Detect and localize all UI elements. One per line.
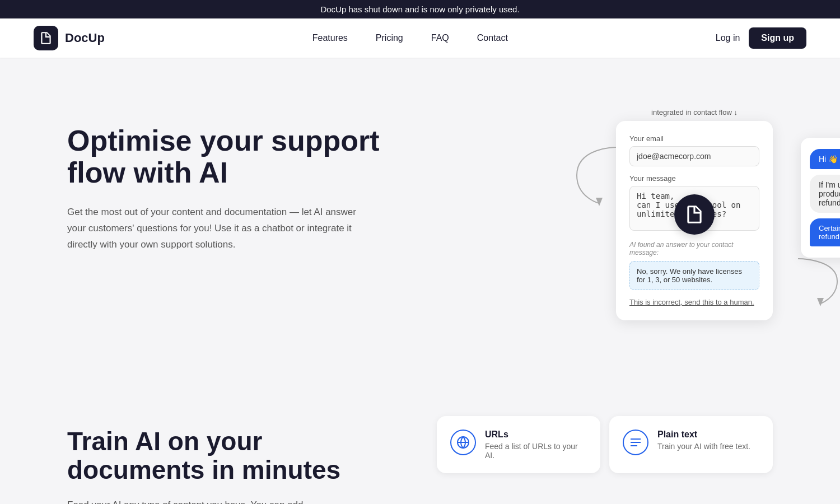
docup-center-icon <box>674 194 715 235</box>
logo-icon <box>34 26 58 50</box>
train-card-urls-desc: Feed a list of URLs to your AI. <box>485 442 587 460</box>
train-card-urls-title: URLs <box>485 430 587 440</box>
chat-bot-bubble-2: Certainly! We have a 30-day refund polic… <box>810 218 840 246</box>
nav-links: Features Pricing FAQ Contact <box>312 33 508 43</box>
train-section: Train AI on your documents in minutes Fe… <box>0 382 840 504</box>
hero-right: integrated in contact flow ↓ Your email … <box>437 102 773 320</box>
docup-logo-svg <box>39 31 53 45</box>
train-card-plaintext: Plain text Train your AI with free text. <box>609 416 773 473</box>
logo-link[interactable]: DocUp <box>34 26 105 50</box>
email-label: Your email <box>629 134 759 143</box>
chat-bot-bubble-1: Hi 👋 How can I help? <box>810 149 840 169</box>
login-button[interactable]: Log in <box>716 33 740 43</box>
text-lines-svg <box>629 436 642 449</box>
hero-description: Get the most out of your content and doc… <box>67 204 358 253</box>
train-description: Feed your AI any type of content you hav… <box>67 497 336 504</box>
announcement-banner: DocUp has shut down and is now only priv… <box>0 0 840 18</box>
ai-found-label: AI found an answer to your contact messa… <box>629 241 759 256</box>
arrow-curve-left-icon <box>571 142 622 209</box>
logo-text: DocUp <box>65 31 105 45</box>
chat-user-bubble: If I'm unhappy with the product, can I g… <box>810 175 840 213</box>
nav-contact[interactable]: Contact <box>477 33 508 43</box>
banner-text: DocUp has shut down and is now only priv… <box>320 4 519 14</box>
nav-faq[interactable]: FAQ <box>431 33 449 43</box>
message-label: Your message <box>629 174 759 183</box>
train-left: Train AI on your documents in minutes Fe… <box>67 416 403 504</box>
chat-widget-wrapper: Chat widget ↓ Hi 👋 How can I help? If I'… <box>801 125 840 258</box>
nav-actions: Log in Sign up <box>716 27 806 49</box>
svg-marker-0 <box>596 198 603 206</box>
email-input[interactable] <box>629 146 759 166</box>
globe-icon <box>450 430 476 455</box>
train-title: Train AI on your documents in minutes <box>67 427 403 484</box>
train-card-urls: URLs Feed a list of URLs to your AI. <box>437 416 600 473</box>
train-card-urls-content: URLs Feed a list of URLs to your AI. <box>485 430 587 460</box>
chat-widget: Hi 👋 How can I help? If I'm unhappy with… <box>801 138 840 258</box>
incorrect-link[interactable]: This is incorrect, send this to a human. <box>629 298 754 306</box>
arrow-curve-right-icon <box>790 253 840 309</box>
nav-features[interactable]: Features <box>312 33 348 43</box>
contact-flow-wrapper: integrated in contact flow ↓ Your email … <box>616 108 773 320</box>
docup-center-svg <box>684 204 705 225</box>
integrated-label: integrated in contact flow ↓ <box>616 108 773 116</box>
chat-widget-label: Chat widget ↓ <box>801 125 840 133</box>
globe-svg <box>456 436 470 449</box>
text-lines-icon <box>623 430 648 455</box>
navbar: DocUp Features Pricing FAQ Contact Log i… <box>0 18 840 58</box>
train-cards: URLs Feed a list of URLs to your AI. Pla… <box>437 416 773 473</box>
ai-answer: No, sorry. We only have licenses for 1, … <box>629 261 759 290</box>
signup-button[interactable]: Sign up <box>749 27 806 49</box>
train-card-plaintext-content: Plain text Train your AI with free text. <box>657 430 750 451</box>
hero-section: Optimise your support flow with AI Get t… <box>0 58 840 382</box>
hero-title: Optimise your support flow with AI <box>67 125 403 189</box>
train-card-plaintext-desc: Train your AI with free text. <box>657 442 750 451</box>
nav-pricing[interactable]: Pricing <box>376 33 403 43</box>
train-card-plaintext-title: Plain text <box>657 430 750 440</box>
hero-left: Optimise your support flow with AI Get t… <box>67 102 403 253</box>
